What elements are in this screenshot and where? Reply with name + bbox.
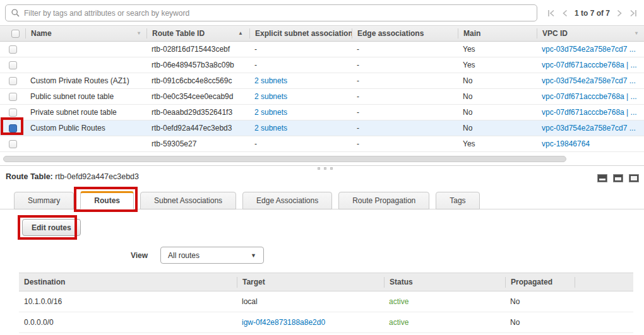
- cell-explicit-subnet-association: 2 subnets: [249, 108, 352, 117]
- first-page-icon[interactable]: [547, 9, 555, 17]
- route-row: 0.0.0.0/0igw-0f42e873188a8e2d0activeNo: [19, 312, 633, 333]
- vpc-link[interactable]: vpc-19846764: [542, 139, 590, 148]
- routes-column-propagated: Propagated: [505, 277, 575, 288]
- vpc-link[interactable]: vpc-03d754e2a758e7cd7 ...: [542, 45, 636, 54]
- route-target: local: [237, 297, 384, 306]
- target-link[interactable]: igw-0f42e873188a8e2d0: [242, 318, 325, 327]
- tab-summary[interactable]: Summary: [14, 192, 74, 209]
- row-checkbox-cell: [0, 109, 25, 117]
- routes-column-destination: Destination: [19, 277, 237, 288]
- detail-title-label: Route Table:: [6, 172, 53, 181]
- cell-vpc-id: vpc-07df671acccbe768a | ...: [537, 108, 644, 117]
- cell-name: Private subnet route table: [25, 108, 146, 117]
- tab-subnet-associations[interactable]: Subnet Associations: [140, 192, 236, 209]
- vpc-link[interactable]: vpc-03d754e2a758e7cd7 ...: [542, 124, 636, 132]
- filter-input[interactable]: [24, 9, 531, 18]
- pane-layout-small-icon[interactable]: [597, 174, 607, 182]
- cell-vpc-id: vpc-03d754e2a758e7cd7 ...: [537, 124, 644, 132]
- cell-name: Public subnet route table: [25, 92, 146, 101]
- route-propagated: No: [505, 318, 575, 327]
- vpc-link[interactable]: vpc-07df671acccbe768a | ...: [542, 108, 637, 117]
- column-header-route-table-id[interactable]: Route Table ID▲: [146, 28, 249, 38]
- view-dropdown-value: All routes: [168, 251, 200, 260]
- subnets-link[interactable]: 2 subnets: [254, 92, 287, 101]
- route-row: 10.1.0.0/16localactiveNo: [19, 291, 633, 312]
- cell-edge-associations: -: [352, 139, 458, 148]
- cell-edge-associations: -: [352, 124, 458, 132]
- row-checkbox-cell: [0, 124, 25, 132]
- column-header-main[interactable]: Main: [458, 28, 537, 38]
- row-checkbox[interactable]: [9, 77, 17, 85]
- column-header-name[interactable]: Name▾: [25, 28, 146, 38]
- row-checkbox[interactable]: [9, 124, 17, 132]
- previous-page-icon[interactable]: [562, 9, 568, 17]
- detail-panel-title: Route Table: rtb-0efd92a447ec3ebd3: [6, 172, 139, 181]
- vpc-link[interactable]: vpc-07df671acccbe768a | ...: [542, 92, 637, 101]
- pane-layout-half-icon[interactable]: [613, 174, 623, 182]
- table-row[interactable]: rtb-59305e27--Yesvpc-19846764: [0, 136, 644, 152]
- routes-header-row: Destination Target Status Propagated: [19, 273, 633, 291]
- column-header-edge-associations[interactable]: Edge associations: [352, 28, 458, 38]
- pane-layout-large-icon[interactable]: [629, 174, 639, 182]
- cell-main: No: [458, 108, 537, 117]
- table-row[interactable]: Public subnet route tablertb-0e0c354cee0…: [0, 89, 644, 105]
- pagination: 1 to 7 of 7: [547, 4, 638, 21]
- tab-tags[interactable]: Tags: [436, 192, 479, 209]
- last-page-icon[interactable]: [629, 9, 638, 17]
- row-checkbox-cell: [0, 45, 25, 54]
- panel-divider: [0, 165, 644, 166]
- routes-column-target: Target: [237, 277, 384, 288]
- row-checkbox-cell: [0, 77, 25, 85]
- grid-header-row: Name▾ Route Table ID▲ Explicit subnet as…: [0, 25, 644, 42]
- pane-resize-handle[interactable]: [318, 167, 333, 170]
- cell-explicit-subnet-association: -: [249, 45, 352, 54]
- tab-edge-associations[interactable]: Edge Associations: [242, 192, 332, 209]
- next-page-icon[interactable]: [617, 9, 623, 17]
- cell-edge-associations: -: [352, 92, 458, 101]
- cell-explicit-subnet-association: 2 subnets: [249, 92, 352, 101]
- tab-routes[interactable]: Routes: [80, 191, 134, 209]
- vpc-link[interactable]: vpc-03d754e2a758e7cd7 ...: [542, 76, 636, 85]
- row-checkbox[interactable]: [9, 109, 17, 117]
- cell-route-table-id: rtb-59305e27: [146, 139, 249, 148]
- subnets-link[interactable]: 2 subnets: [254, 76, 287, 85]
- sort-asc-icon: ▲: [238, 31, 243, 36]
- cell-vpc-id: vpc-07df671acccbe768a | ...: [537, 61, 644, 69]
- row-checkbox[interactable]: [9, 61, 17, 69]
- vpc-link[interactable]: vpc-07df671acccbe768a | ...: [542, 61, 637, 69]
- row-checkbox[interactable]: [9, 140, 17, 148]
- row-checkbox[interactable]: [9, 45, 17, 54]
- subnets-link[interactable]: 2 subnets: [254, 108, 287, 117]
- table-row[interactable]: Custom Private Routes (AZ1)rtb-091c6cbc4…: [0, 73, 644, 89]
- horizontal-scrollbar[interactable]: [3, 156, 566, 162]
- tab-route-propagation[interactable]: Route Propagation: [338, 192, 429, 209]
- cell-route-table-id: rtb-091c6cbc4e8cc569c: [146, 76, 249, 85]
- route-destination: 10.1.0.0/16: [19, 297, 237, 306]
- pagination-range: 1 to 7 of 7: [575, 9, 610, 18]
- cell-route-table-id: rtb-06e489457b3a8c09b: [146, 61, 249, 69]
- cell-main: No: [458, 124, 537, 132]
- view-dropdown[interactable]: All routes ▼: [160, 247, 264, 264]
- cell-vpc-id: vpc-03d754e2a758e7cd7 ...: [537, 45, 644, 54]
- subnets-link[interactable]: 2 subnets: [254, 124, 287, 132]
- table-row[interactable]: rtb-06e489457b3a8c09b--Yesvpc-07df671acc…: [0, 57, 644, 73]
- view-label: View: [131, 251, 148, 260]
- cell-edge-associations: -: [352, 45, 458, 54]
- filter-bar: [5, 4, 537, 21]
- table-row[interactable]: Custom Public Routesrtb-0efd92a447ec3ebd…: [0, 120, 644, 136]
- route-tables-console: 1 to 7 of 7 Name▾ Route Table ID▲ Explic…: [0, 0, 644, 335]
- row-checkbox[interactable]: [9, 93, 17, 101]
- edit-routes-button[interactable]: Edit routes: [22, 219, 81, 236]
- table-row[interactable]: rtb-028f16d715443cebf--Yesvpc-03d754e2a7…: [0, 42, 644, 57]
- table-row[interactable]: Private subnet route tablertb-0eaabd29d3…: [0, 105, 644, 120]
- cell-vpc-id: vpc-03d754e2a758e7cd7 ...: [537, 76, 644, 85]
- search-icon: [11, 9, 20, 17]
- column-header-explicit-subnet-association[interactable]: Explicit subnet association: [249, 28, 352, 38]
- select-all-checkbox[interactable]: [11, 30, 20, 38]
- cell-name: Custom Private Routes (AZ1): [25, 76, 146, 85]
- column-header-vpc-id[interactable]: VPC ID▾: [537, 28, 644, 38]
- cell-explicit-subnet-association: 2 subnets: [249, 76, 352, 85]
- chevron-down-icon: ▼: [251, 252, 256, 259]
- detail-title-id: rtb-0efd92a447ec3ebd3: [55, 172, 139, 181]
- cell-route-table-id: rtb-0efd92a447ec3ebd3: [146, 124, 249, 132]
